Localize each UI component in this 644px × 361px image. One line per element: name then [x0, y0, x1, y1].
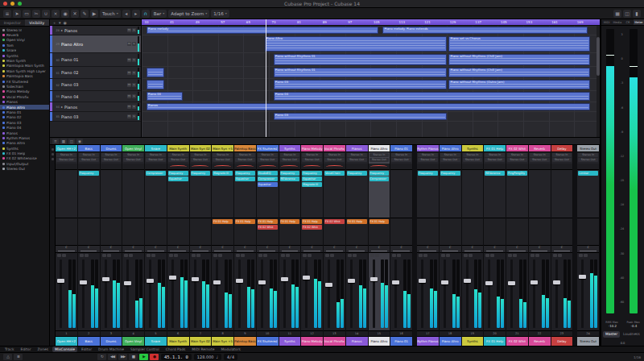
channel-fader-section[interactable]: [577, 253, 599, 330]
routing-input[interactable]: Stereo In: [391, 153, 411, 157]
channel-pan[interactable]: C: [167, 246, 189, 253]
channel-sends[interactable]: [78, 218, 100, 246]
insert-slot[interactable]: Frequency: [168, 171, 188, 176]
grid-type-select[interactable]: Adapt to Zoom ▾: [168, 10, 209, 18]
channel-sends[interactable]: [101, 218, 122, 246]
left-zone-tab-track[interactable]: Track: [2, 346, 17, 352]
routing-input[interactable]: Stereo In: [56, 153, 76, 157]
channel-label-bottom[interactable]: Rythm Pianos: [417, 336, 439, 346]
solo-button[interactable]: [330, 254, 334, 257]
mixer-channel[interactable]: PianosStereo InStereo OutFrequencyFX 01 …: [346, 145, 369, 346]
routing-input[interactable]: Stereo In: [302, 153, 322, 157]
channel-label-top[interactable]: Drums: [101, 145, 122, 152]
channel-sends[interactable]: FX 01 Help: [346, 218, 368, 246]
track-header[interactable]: 29Piano Altroms: [50, 35, 141, 53]
channel-eq-thumbnail[interactable]: [212, 164, 233, 170]
channel-pan[interactable]: C: [506, 246, 528, 253]
midi-clip[interactable]: Piano Altro: [265, 36, 447, 52]
mixer-channel[interactable]: Main Syn 02Stereo InStereo OutFrequencyC…: [190, 145, 213, 346]
solo-button[interactable]: [241, 254, 245, 257]
mixer-channel[interactable]: SynthsStereo InStereo OutFrequencyREVere…: [279, 145, 302, 346]
routing-output[interactable]: Stereo Out: [146, 158, 166, 162]
mute-button[interactable]: m: [127, 83, 131, 87]
forward-button[interactable]: ▶▶: [118, 354, 127, 360]
master-gain-value[interactable]: 0.0: [601, 342, 644, 345]
lower-zone-tab-sampler-control[interactable]: Sampler Control: [128, 346, 162, 352]
channel-sends[interactable]: [122, 218, 144, 246]
mixer-channel[interactable]: Main Syn +5Stereo InStereo OutMagneto II…: [212, 145, 234, 346]
mute-button[interactable]: [485, 254, 489, 257]
channel-inserts[interactable]: FrequencySquasher: [167, 170, 189, 218]
solo-button[interactable]: [375, 254, 379, 257]
channel-pan[interactable]: C: [78, 246, 100, 253]
routing-input[interactable]: Stereo In: [79, 153, 99, 157]
mixer-channel[interactable]: Vocal PhrofixStereo InStereo OutVocalCha…: [324, 145, 346, 346]
channel-eq-thumbnail[interactable]: [145, 164, 167, 170]
channel-sends[interactable]: FX 01 Help: [212, 218, 233, 246]
channel-sends[interactable]: FX 01 Help: [279, 218, 301, 246]
mixer-channel[interactable]: FX 01 HelpStereo InStereo OutREVerenceC2…: [484, 145, 506, 346]
channel-label-top[interactable]: Pianos: [346, 145, 368, 152]
channel-inserts[interactable]: [101, 170, 122, 218]
insert-slot[interactable]: Frequency: [280, 171, 300, 176]
routing-output[interactable]: Stereo Out: [324, 158, 345, 162]
mute-button[interactable]: m: [127, 42, 131, 46]
channel-label-top[interactable]: Vocal Phrofix: [324, 145, 345, 152]
midi-clip[interactable]: Piano 03: [274, 80, 447, 89]
channel-inserts[interactable]: FrequencySquasherMagneto III: [301, 170, 323, 218]
mute-button[interactable]: [80, 254, 84, 257]
solo-button[interactable]: [513, 254, 517, 257]
mute-button[interactable]: m: [127, 94, 131, 98]
solo-button[interactable]: [263, 254, 267, 257]
channel-label-top[interactable]: Piano Altro: [369, 145, 390, 152]
routing-output[interactable]: Stereo Out: [168, 158, 188, 162]
routing-output[interactable]: Stereo Out: [391, 158, 411, 162]
fader-handle[interactable]: [80, 280, 87, 284]
channel-label-bottom[interactable]: Vocal Phrofix: [324, 336, 345, 346]
routing-input[interactable]: Stereo In: [347, 153, 367, 157]
insert-slot[interactable]: StudioEQ: [258, 171, 278, 176]
channel-pan[interactable]: C: [369, 246, 390, 253]
insert-slot[interactable]: REVerence: [485, 171, 505, 176]
routing-output[interactable]: Stereo Out: [302, 158, 322, 162]
channel-fader-section[interactable]: [529, 253, 551, 330]
fader-handle[interactable]: [57, 279, 64, 283]
channel-inserts[interactable]: PingPongDly: [506, 170, 528, 218]
channel-label-top[interactable]: Open HH+2: [56, 145, 77, 152]
channel-pan[interactable]: C: [551, 246, 573, 253]
channel-fader-section[interactable]: [78, 253, 100, 330]
draw-tool-icon[interactable]: ✎: [80, 10, 89, 18]
send-slot[interactable]: FX 02 Whit: [258, 225, 278, 230]
range-tool-icon[interactable]: ▭: [23, 10, 31, 18]
routing-input[interactable]: Stereo In: [485, 153, 505, 157]
insert-slot[interactable]: Frequency: [418, 171, 438, 176]
mixer-channel[interactable]: SynthsStereo InStereo OutC19Synths: [462, 145, 485, 346]
fader-handle[interactable]: [303, 276, 310, 280]
mute-button[interactable]: [530, 254, 535, 257]
channel-inserts[interactable]: Compressor: [145, 170, 167, 218]
timeline-ruler[interactable]: 3341495765738189971051131211291371451531…: [142, 19, 600, 26]
nudge-left-icon[interactable]: ◂: [122, 10, 130, 18]
time-signature-display[interactable]: 4/4: [224, 354, 237, 360]
routing-input[interactable]: Stereo In: [440, 153, 460, 157]
channel-pan[interactable]: C: [212, 246, 233, 253]
solo-button[interactable]: [129, 254, 133, 257]
channel-eq-thumbnail[interactable]: [346, 164, 368, 170]
channel-label-bottom[interactable]: Pianos: [346, 336, 368, 346]
solo-button[interactable]: [490, 254, 494, 257]
insert-slot[interactable]: Frequency: [347, 171, 367, 176]
routing-input[interactable]: Stereo In: [191, 153, 211, 157]
channel-sends[interactable]: [190, 218, 212, 246]
channel-pan[interactable]: C: [257, 246, 279, 253]
channel-fader-section[interactable]: [346, 253, 368, 330]
solo-button[interactable]: [558, 254, 562, 257]
channel-pan[interactable]: C: [346, 246, 368, 253]
routing-output[interactable]: Stereo Out: [347, 158, 367, 162]
channel-label-bottom[interactable]: Piano Altro: [440, 336, 461, 346]
channel-label-top[interactable]: Stereo Out: [577, 145, 599, 152]
channel-inserts[interactable]: StudioEQCompressorSquasher: [257, 170, 279, 218]
inspector-track-item[interactable]: Stereo Out: [0, 167, 49, 172]
routing-output[interactable]: Stereo Out: [79, 158, 99, 162]
meter-mode-tab-loudness[interactable]: Loudness: [621, 331, 642, 338]
solo-button[interactable]: [62, 254, 66, 257]
